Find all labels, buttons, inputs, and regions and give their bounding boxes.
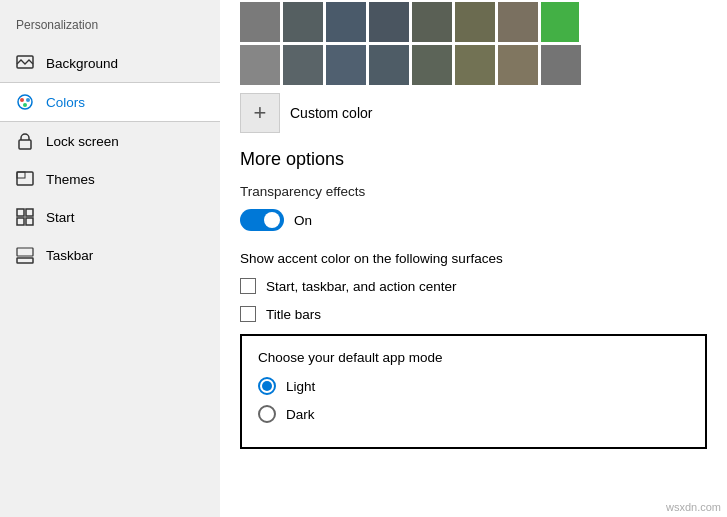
svg-rect-11 [26,218,33,225]
start-icon [16,208,34,226]
themes-icon [16,170,34,188]
sidebar-item-label-themes: Themes [46,172,95,187]
radio-dark-button[interactable] [258,405,276,423]
svg-rect-13 [17,248,33,256]
swatch-2-1[interactable] [240,45,280,85]
custom-color-button[interactable]: + [240,93,280,133]
swatch-top-8[interactable] [541,2,579,42]
radio-light-inner [262,381,272,391]
sidebar-item-label-taskbar: Taskbar [46,248,93,263]
sidebar-item-label-lock-screen: Lock screen [46,134,119,149]
sidebar-item-start[interactable]: Start [0,198,220,236]
custom-color-label: Custom color [290,105,372,121]
app-mode-box: Choose your default app mode Light Dark [240,334,707,449]
checkbox-title-bars[interactable] [240,306,256,322]
sidebar-title: Personalization [0,10,220,44]
swatch-top-3[interactable] [326,2,366,42]
sidebar-item-label-start: Start [46,210,75,225]
sidebar-item-label-background: Background [46,56,118,71]
toggle-on-label: On [294,213,312,228]
checkbox-title-bars-label: Title bars [266,307,321,322]
watermark: wsxdn.com [666,501,721,513]
app-mode-title: Choose your default app mode [258,350,689,365]
checkbox-row-start[interactable]: Start, taskbar, and action center [240,278,707,294]
radio-dark-label: Dark [286,407,315,422]
radio-dark-row[interactable]: Dark [258,405,689,423]
checkbox-start-taskbar[interactable] [240,278,256,294]
swatches-row2 [240,45,707,85]
lock-screen-icon [16,132,34,150]
sidebar-item-taskbar[interactable]: Taskbar [0,236,220,274]
checkbox-row-title-bars[interactable]: Title bars [240,306,707,322]
swatch-top-4[interactable] [369,2,409,42]
swatch-2-8[interactable] [541,45,581,85]
taskbar-icon [16,246,34,264]
svg-rect-5 [19,140,31,149]
swatch-top-7[interactable] [498,2,538,42]
transparency-toggle[interactable] [240,209,284,231]
sidebar-item-colors[interactable]: Colors [0,82,220,122]
sidebar-item-lock-screen[interactable]: Lock screen [0,122,220,160]
radio-light-label: Light [286,379,315,394]
swatch-2-2[interactable] [283,45,323,85]
svg-rect-10 [17,218,24,225]
colors-icon [16,93,34,111]
radio-light-button[interactable] [258,377,276,395]
svg-rect-7 [17,172,25,178]
sidebar-item-background[interactable]: Background [0,44,220,82]
main-content: + Custom color More options Transparency… [220,0,727,517]
svg-rect-9 [26,209,33,216]
transparency-label: Transparency effects [240,184,707,199]
swatch-top-6[interactable] [455,2,495,42]
surfaces-label: Show accent color on the following surfa… [240,251,707,266]
radio-light-row[interactable]: Light [258,377,689,395]
svg-rect-12 [17,258,33,263]
top-swatches-row1 [240,2,707,42]
checkbox-start-label: Start, taskbar, and action center [266,279,457,294]
swatch-2-5[interactable] [412,45,452,85]
swatch-2-6[interactable] [455,45,495,85]
swatch-2-7[interactable] [498,45,538,85]
svg-point-4 [23,103,27,107]
transparency-toggle-row: On [240,209,707,231]
background-icon [16,54,34,72]
swatch-top-1[interactable] [240,2,280,42]
sidebar-item-themes[interactable]: Themes [0,160,220,198]
sidebar: Personalization Background Colors [0,0,220,517]
svg-rect-8 [17,209,24,216]
swatch-top-2[interactable] [283,2,323,42]
swatch-2-3[interactable] [326,45,366,85]
custom-color-row: + Custom color [240,93,707,133]
swatch-top-5[interactable] [412,2,452,42]
swatch-2-4[interactable] [369,45,409,85]
svg-point-3 [26,98,30,102]
toggle-knob [264,212,280,228]
sidebar-item-label-colors: Colors [46,95,85,110]
more-options-title: More options [240,149,707,170]
svg-point-2 [20,98,24,102]
